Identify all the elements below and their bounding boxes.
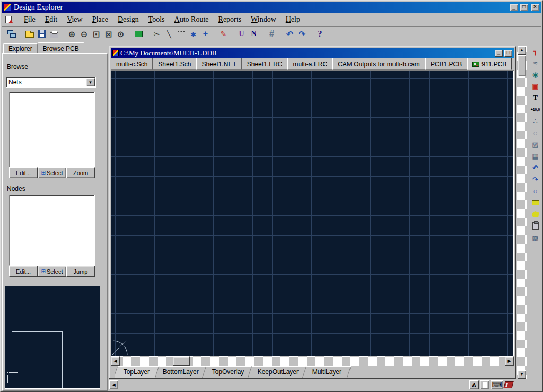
menu-auto-route[interactable]: Auto Route [170,14,214,25]
zoom-select-icon[interactable]: ⊠ [102,29,115,39]
select-area-icon[interactable] [175,29,187,39]
zoom-window-icon[interactable]: ⊡ [90,29,102,39]
tab-multi-a-erc[interactable]: multi-a.ERC [287,58,332,70]
save-icon[interactable] [36,29,48,39]
status-blank-button[interactable] [480,380,489,389]
nets-zoom-button[interactable]: Zoom [66,167,95,178]
menu-tools[interactable]: Tools [144,14,170,25]
tab-scroll-left-icon[interactable]: ◀ [109,380,118,389]
status-keyboard-button[interactable]: ⌨ [491,380,503,389]
scroll-down-icon[interactable]: ▼ [518,370,526,379]
place-arc-edge-icon[interactable]: ◌ [529,127,542,138]
menu-edit[interactable]: Edit [40,14,62,25]
tab-multi-c-sch[interactable]: multi-c.Sch [111,58,153,70]
tab-sheet1-sch[interactable]: Sheet1.Sch [153,58,196,70]
place-fill-icon[interactable]: ▨ [529,139,542,150]
document-titlebar[interactable]: C:\My Documents\MULTI-1.DDB _ □ [111,48,514,58]
scroll-right-icon[interactable]: ▶ [505,356,514,366]
place-coordinate-icon[interactable]: +10,0 [529,104,542,115]
design-manager-icon[interactable] [5,29,17,39]
tab-sheet1-net[interactable]: Sheet1.NET [196,58,241,70]
place-rectangle-icon[interactable] [529,197,542,208]
editor-hscrollbar[interactable]: ◀ ▶ [111,356,514,366]
move-icon[interactable]: + [199,29,212,39]
hscroll-thumb[interactable] [173,356,190,366]
zoom-out-icon[interactable]: ⊖ [78,29,90,39]
viewport-rect [7,372,23,388]
place-polygon-icon[interactable] [529,209,542,220]
close-button[interactable]: × [531,4,539,11]
layer-tab-multilayer[interactable]: MultiLayer [301,366,351,379]
tab-browse-pcb[interactable]: Browse PCB [38,42,84,53]
help-book-icon[interactable] [503,381,513,388]
bitmap-icon[interactable] [133,29,145,39]
open-icon[interactable] [23,29,36,39]
doc-minimize-button[interactable]: _ [495,50,503,57]
minimize-button[interactable]: _ [510,4,518,11]
layer-tab-keepoutlayer[interactable]: KeepOutLayer [247,366,309,379]
paste-array-icon[interactable] [529,221,542,231]
place-keepout-icon[interactable]: ≈ [529,57,542,68]
place-array-icon[interactable]: ▦ [529,151,542,161]
print-icon[interactable] [48,29,60,39]
tab-cam-outputs[interactable]: CAM Outputs for multi-b.cam [332,58,425,70]
scroll-up-icon[interactable]: ▲ [518,46,526,55]
zoom-in-icon[interactable]: ⊕ [66,29,78,39]
redo-icon[interactable]: ↷ [296,29,308,39]
place-arc-any-icon[interactable]: ↷ [529,174,542,185]
vscroll-thumb[interactable] [518,55,526,76]
global-edit-icon[interactable]: ✎ [217,29,230,39]
tab-sheet1-erc[interactable]: Sheet1.ERC [242,58,288,70]
place-via-icon[interactable]: ◉ [529,69,542,80]
menu-window[interactable]: Window [246,14,281,25]
n-tool-icon[interactable]: N [248,29,260,39]
layer-tab-bottomlayer[interactable]: BottomLayer [152,366,208,379]
chevron-down-icon[interactable]: ▼ [86,78,95,86]
nets-list[interactable] [9,92,95,167]
tab-pcb1-pcb[interactable]: PCB1.PCB [425,58,467,70]
maximize-button[interactable]: □ [520,4,528,11]
menu-place[interactable]: Place [87,14,113,25]
place-string-icon[interactable]: T [529,92,542,103]
board-preview[interactable] [5,286,100,389]
menu-document-icon[interactable] [5,16,12,23]
nets-select-label: Select [47,170,63,176]
nodes-jump-button[interactable]: Jump [66,266,95,277]
browse-type-select[interactable]: Nets ▼ [6,77,96,88]
scatter-icon[interactable]: ∗ [187,29,199,39]
scroll-left-icon[interactable]: ◀ [111,356,120,366]
nodes-list[interactable] [9,195,95,266]
u-tool-icon[interactable]: U [235,29,248,39]
nets-select-button[interactable]: ⊞Select [38,167,66,178]
nodes-select-button[interactable]: ⊞Select [38,266,66,277]
tab-911-pcb[interactable]: 911.PCB [467,58,512,70]
app-titlebar[interactable]: Design Explorer _ □ × [2,2,541,13]
undo-icon[interactable]: ↶ [284,29,296,39]
nodes-edit-button[interactable]: Edit... [9,266,38,277]
knife-icon[interactable]: ✂ [151,29,163,39]
menu-file[interactable]: File [19,14,40,25]
menu-reports[interactable]: Reports [214,14,247,25]
layer-tab-toplayer[interactable]: TopLayer [115,366,160,379]
place-room-icon[interactable]: ▩ [529,232,542,243]
layer-tab-topoverlay[interactable]: TopOverlay [202,366,254,379]
menu-view[interactable]: View [62,14,87,25]
place-arc-center-icon[interactable]: ↶ [529,162,542,173]
nets-edit-button[interactable]: Edit... [9,167,38,178]
place-dimension-icon[interactable]: ∴ [529,116,542,126]
hscroll-track[interactable] [120,356,505,366]
place-track-icon[interactable]: ┓ [529,46,542,56]
menu-design[interactable]: Design [113,14,144,25]
tab-explorer[interactable]: Explorer [3,43,38,53]
place-pad-icon[interactable]: ▣ [529,81,542,91]
zoom-point-icon[interactable]: ⊙ [115,29,127,39]
help-icon[interactable]: ? [314,29,326,39]
status-a-button[interactable]: A [469,380,479,389]
grid-toggle-icon[interactable]: # [266,29,278,39]
menu-help[interactable]: Help [281,14,305,25]
doc-maximize-button[interactable]: □ [504,50,512,57]
line-icon[interactable]: ╲ [163,29,175,39]
place-circle-icon[interactable]: ○ [529,186,542,196]
pcb-editor-canvas[interactable] [111,71,514,356]
editor-vscrollbar[interactable]: ▲ ▼ [517,46,527,379]
